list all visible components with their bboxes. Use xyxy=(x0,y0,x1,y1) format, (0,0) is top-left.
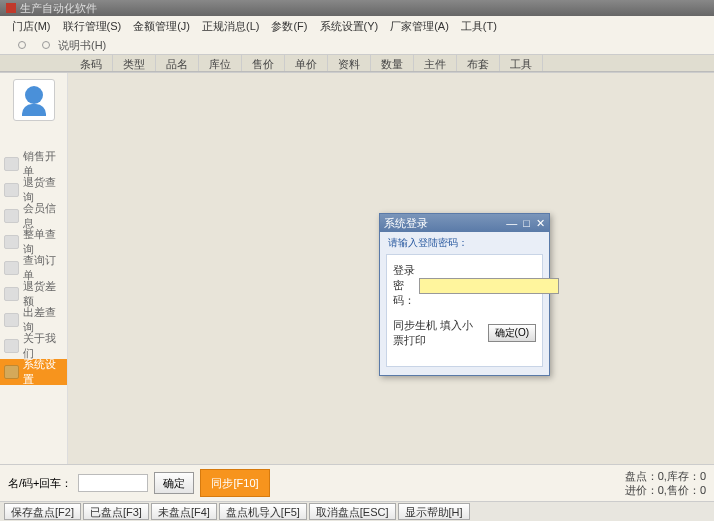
close-icon[interactable]: ✕ xyxy=(536,217,545,230)
tab[interactable]: 工具 xyxy=(500,55,543,71)
menu-item[interactable]: 门店(M) xyxy=(8,19,55,34)
side-item[interactable]: 出差查询 xyxy=(0,307,67,333)
box-icon xyxy=(4,339,19,353)
menu-item[interactable]: 金额管理(J) xyxy=(129,19,194,34)
status-prices: 进价：0,售价：0 xyxy=(625,483,706,497)
dialog-body: 登录密码： 同步生机 填入小票打印 确定(O) xyxy=(386,254,543,367)
tab[interactable]: 售价 xyxy=(242,55,285,71)
hk-undone[interactable]: 未盘点[F4] xyxy=(151,503,217,520)
menu-item[interactable]: 参数(F) xyxy=(267,19,311,34)
box-icon xyxy=(4,313,19,327)
hk-import[interactable]: 盘点机导入[F5] xyxy=(219,503,307,520)
lock-icon xyxy=(4,365,19,379)
column-tabs: 条码 类型 品名 库位 售价 单价 资料 数量 主件 布套 工具 xyxy=(0,54,714,72)
bullet-icon xyxy=(18,41,26,49)
tab[interactable]: 类型 xyxy=(113,55,156,71)
sublink-bar: 说明书(H) xyxy=(0,36,714,54)
top-zone: 门店(M) 联行管理(S) 金额管理(J) 正规消息(L) 参数(F) 系统设置… xyxy=(0,16,714,73)
side-label: 系统设置 xyxy=(23,357,63,387)
hk-cancel[interactable]: 取消盘点[ESC] xyxy=(309,503,396,520)
box-icon xyxy=(4,235,19,249)
hotkey-bar: 保存盘点[F2] 已盘点[F3] 未盘点[F4] 盘点机导入[F5] 取消盘点[… xyxy=(0,501,714,521)
app-title: 生产自动化软件 xyxy=(20,1,97,16)
avatar-box xyxy=(0,73,67,127)
tab[interactable]: 库位 xyxy=(199,55,242,71)
minimize-icon[interactable]: — xyxy=(506,217,517,230)
tab[interactable]: 条码 xyxy=(70,55,113,71)
box-icon xyxy=(4,183,19,197)
side-item[interactable]: 会员信息 xyxy=(0,203,67,229)
side-item[interactable]: 退货差额 xyxy=(0,281,67,307)
side-item[interactable]: 关于我们 xyxy=(0,333,67,359)
side-item[interactable]: 整单查询 xyxy=(0,229,67,255)
hk-help[interactable]: 显示帮助[H] xyxy=(398,503,470,520)
tab[interactable]: 资料 xyxy=(328,55,371,71)
input-bar: 名/码+回车： 确定 同步[F10] 盘点：0,库存：0 进价：0,售价：0 xyxy=(0,464,714,501)
status-counts: 盘点：0,库存：0 xyxy=(625,469,706,483)
status-zone: 名/码+回车： 确定 同步[F10] 盘点：0,库存：0 进价：0,售价：0 保… xyxy=(0,464,714,521)
tab[interactable]: 单价 xyxy=(285,55,328,71)
tab[interactable]: 品名 xyxy=(156,55,199,71)
maximize-icon[interactable]: □ xyxy=(523,217,530,230)
tab[interactable]: 主件 xyxy=(414,55,457,71)
tab[interactable]: 布套 xyxy=(457,55,500,71)
ok-button[interactable]: 确定 xyxy=(154,472,194,494)
confirm-button[interactable]: 确定(O) xyxy=(488,324,536,342)
login-dialog: 系统登录 — □ ✕ 请输入登陆密码： 登录密码： 同步生机 填入小票打印 确定… xyxy=(379,213,550,376)
side-item[interactable]: 销售开单 xyxy=(0,151,67,177)
window-titlebar: 生产自动化软件 xyxy=(0,0,714,16)
menu-item[interactable]: 厂家管理(A) xyxy=(386,19,453,34)
menu-item[interactable]: 工具(T) xyxy=(457,19,501,34)
code-input[interactable] xyxy=(78,474,148,492)
menu-item[interactable]: 联行管理(S) xyxy=(59,19,126,34)
left-sidebar: 销售开单 退货查询 会员信息 整单查询 查询订单 退货差额 出差查询 关于我们 … xyxy=(0,73,68,465)
dialog-subtitle: 请输入登陆密码： xyxy=(380,232,549,254)
side-item[interactable]: 查询订单 xyxy=(0,255,67,281)
side-item[interactable]: 退货查询 xyxy=(0,177,67,203)
menubar: 门店(M) 联行管理(S) 金额管理(J) 正规消息(L) 参数(F) 系统设置… xyxy=(0,16,714,36)
code-label: 名/码+回车： xyxy=(8,476,72,491)
box-icon xyxy=(4,209,19,223)
password-label: 登录密码： xyxy=(393,263,415,308)
user-avatar-icon xyxy=(13,79,55,121)
dialog-titlebar[interactable]: 系统登录 — □ ✕ xyxy=(380,214,549,232)
tab[interactable]: 数量 xyxy=(371,55,414,71)
password-input[interactable] xyxy=(419,278,559,294)
box-icon xyxy=(4,287,19,301)
main-area: 销售开单 退货查询 会员信息 整单查询 查询订单 退货差额 出差查询 关于我们 … xyxy=(0,73,714,465)
side-item-active[interactable]: 系统设置 xyxy=(0,359,67,385)
sync-button[interactable]: 同步[F10] xyxy=(200,469,269,497)
dialog-title: 系统登录 xyxy=(384,216,428,231)
hk-done[interactable]: 已盘点[F3] xyxy=(83,503,149,520)
menu-item[interactable]: 正规消息(L) xyxy=(198,19,263,34)
hk-save[interactable]: 保存盘点[F2] xyxy=(4,503,81,520)
app-icon xyxy=(6,3,16,13)
menu-item[interactable]: 系统设置(Y) xyxy=(316,19,383,34)
box-icon xyxy=(4,261,19,275)
sublink[interactable]: 说明书(H) xyxy=(58,38,106,53)
dialog-note: 同步生机 填入小票打印 xyxy=(393,318,484,348)
box-icon xyxy=(4,157,19,171)
bullet-icon xyxy=(42,41,50,49)
